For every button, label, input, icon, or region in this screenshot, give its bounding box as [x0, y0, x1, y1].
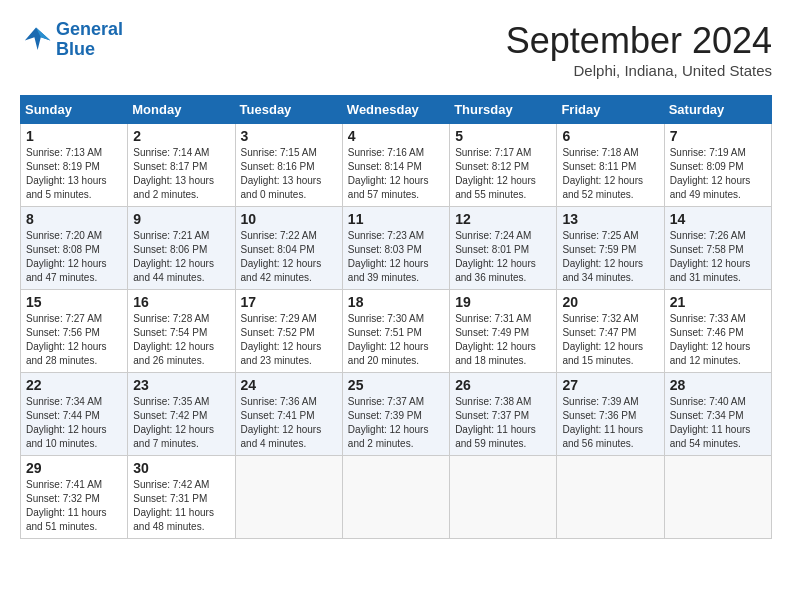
- day-info: Sunrise: 7:17 AMSunset: 8:12 PMDaylight:…: [455, 146, 551, 202]
- calendar-cell: 18Sunrise: 7:30 AMSunset: 7:51 PMDayligh…: [342, 290, 449, 373]
- day-info: Sunrise: 7:35 AMSunset: 7:42 PMDaylight:…: [133, 395, 229, 451]
- day-info: Sunrise: 7:36 AMSunset: 7:41 PMDaylight:…: [241, 395, 337, 451]
- calendar-cell: 10Sunrise: 7:22 AMSunset: 8:04 PMDayligh…: [235, 207, 342, 290]
- logo: General Blue: [20, 20, 123, 60]
- calendar-cell: 15Sunrise: 7:27 AMSunset: 7:56 PMDayligh…: [21, 290, 128, 373]
- day-number: 20: [562, 294, 658, 310]
- calendar-cell: 8Sunrise: 7:20 AMSunset: 8:08 PMDaylight…: [21, 207, 128, 290]
- day-number: 6: [562, 128, 658, 144]
- day-info: Sunrise: 7:38 AMSunset: 7:37 PMDaylight:…: [455, 395, 551, 451]
- calendar-cell: 26Sunrise: 7:38 AMSunset: 7:37 PMDayligh…: [450, 373, 557, 456]
- calendar-cell: 29Sunrise: 7:41 AMSunset: 7:32 PMDayligh…: [21, 456, 128, 539]
- calendar-cell: 21Sunrise: 7:33 AMSunset: 7:46 PMDayligh…: [664, 290, 771, 373]
- day-info: Sunrise: 7:19 AMSunset: 8:09 PMDaylight:…: [670, 146, 766, 202]
- location-title: Delphi, Indiana, United States: [506, 62, 772, 79]
- day-number: 12: [455, 211, 551, 227]
- day-info: Sunrise: 7:16 AMSunset: 8:14 PMDaylight:…: [348, 146, 444, 202]
- day-number: 26: [455, 377, 551, 393]
- day-info: Sunrise: 7:25 AMSunset: 7:59 PMDaylight:…: [562, 229, 658, 285]
- col-header-monday: Monday: [128, 96, 235, 124]
- col-header-friday: Friday: [557, 96, 664, 124]
- page-header: General Blue September 2024 Delphi, Indi…: [20, 20, 772, 79]
- col-header-sunday: Sunday: [21, 96, 128, 124]
- day-number: 13: [562, 211, 658, 227]
- calendar-cell: 17Sunrise: 7:29 AMSunset: 7:52 PMDayligh…: [235, 290, 342, 373]
- calendar-cell: 11Sunrise: 7:23 AMSunset: 8:03 PMDayligh…: [342, 207, 449, 290]
- col-header-thursday: Thursday: [450, 96, 557, 124]
- calendar-cell: 22Sunrise: 7:34 AMSunset: 7:44 PMDayligh…: [21, 373, 128, 456]
- day-number: 28: [670, 377, 766, 393]
- calendar-cell: 16Sunrise: 7:28 AMSunset: 7:54 PMDayligh…: [128, 290, 235, 373]
- day-number: 14: [670, 211, 766, 227]
- week-row-1: 1Sunrise: 7:13 AMSunset: 8:19 PMDaylight…: [21, 124, 772, 207]
- day-info: Sunrise: 7:42 AMSunset: 7:31 PMDaylight:…: [133, 478, 229, 534]
- calendar-cell: 30Sunrise: 7:42 AMSunset: 7:31 PMDayligh…: [128, 456, 235, 539]
- day-info: Sunrise: 7:40 AMSunset: 7:34 PMDaylight:…: [670, 395, 766, 451]
- day-info: Sunrise: 7:37 AMSunset: 7:39 PMDaylight:…: [348, 395, 444, 451]
- calendar-cell: 9Sunrise: 7:21 AMSunset: 8:06 PMDaylight…: [128, 207, 235, 290]
- day-info: Sunrise: 7:20 AMSunset: 8:08 PMDaylight:…: [26, 229, 122, 285]
- week-row-2: 8Sunrise: 7:20 AMSunset: 8:08 PMDaylight…: [21, 207, 772, 290]
- day-info: Sunrise: 7:15 AMSunset: 8:16 PMDaylight:…: [241, 146, 337, 202]
- calendar-table: SundayMondayTuesdayWednesdayThursdayFrid…: [20, 95, 772, 539]
- calendar-cell: 24Sunrise: 7:36 AMSunset: 7:41 PMDayligh…: [235, 373, 342, 456]
- day-info: Sunrise: 7:22 AMSunset: 8:04 PMDaylight:…: [241, 229, 337, 285]
- day-number: 23: [133, 377, 229, 393]
- day-info: Sunrise: 7:31 AMSunset: 7:49 PMDaylight:…: [455, 312, 551, 368]
- day-info: Sunrise: 7:14 AMSunset: 8:17 PMDaylight:…: [133, 146, 229, 202]
- day-number: 11: [348, 211, 444, 227]
- day-number: 18: [348, 294, 444, 310]
- week-row-4: 22Sunrise: 7:34 AMSunset: 7:44 PMDayligh…: [21, 373, 772, 456]
- day-info: Sunrise: 7:13 AMSunset: 8:19 PMDaylight:…: [26, 146, 122, 202]
- calendar-cell: 5Sunrise: 7:17 AMSunset: 8:12 PMDaylight…: [450, 124, 557, 207]
- day-number: 21: [670, 294, 766, 310]
- day-number: 27: [562, 377, 658, 393]
- day-number: 25: [348, 377, 444, 393]
- title-area: September 2024 Delphi, Indiana, United S…: [506, 20, 772, 79]
- calendar-cell: 25Sunrise: 7:37 AMSunset: 7:39 PMDayligh…: [342, 373, 449, 456]
- week-row-3: 15Sunrise: 7:27 AMSunset: 7:56 PMDayligh…: [21, 290, 772, 373]
- col-header-wednesday: Wednesday: [342, 96, 449, 124]
- day-info: Sunrise: 7:28 AMSunset: 7:54 PMDaylight:…: [133, 312, 229, 368]
- calendar-cell: [557, 456, 664, 539]
- calendar-cell: 3Sunrise: 7:15 AMSunset: 8:16 PMDaylight…: [235, 124, 342, 207]
- day-number: 9: [133, 211, 229, 227]
- logo-line2: Blue: [56, 39, 95, 59]
- calendar-cell: 7Sunrise: 7:19 AMSunset: 8:09 PMDaylight…: [664, 124, 771, 207]
- day-number: 2: [133, 128, 229, 144]
- calendar-cell: [342, 456, 449, 539]
- day-info: Sunrise: 7:39 AMSunset: 7:36 PMDaylight:…: [562, 395, 658, 451]
- day-number: 24: [241, 377, 337, 393]
- day-number: 10: [241, 211, 337, 227]
- day-info: Sunrise: 7:21 AMSunset: 8:06 PMDaylight:…: [133, 229, 229, 285]
- logo-icon: [20, 26, 52, 54]
- calendar-cell: 4Sunrise: 7:16 AMSunset: 8:14 PMDaylight…: [342, 124, 449, 207]
- calendar-cell: 13Sunrise: 7:25 AMSunset: 7:59 PMDayligh…: [557, 207, 664, 290]
- day-number: 22: [26, 377, 122, 393]
- day-number: 1: [26, 128, 122, 144]
- calendar-cell: 23Sunrise: 7:35 AMSunset: 7:42 PMDayligh…: [128, 373, 235, 456]
- day-info: Sunrise: 7:33 AMSunset: 7:46 PMDaylight:…: [670, 312, 766, 368]
- calendar-cell: 28Sunrise: 7:40 AMSunset: 7:34 PMDayligh…: [664, 373, 771, 456]
- day-info: Sunrise: 7:26 AMSunset: 7:58 PMDaylight:…: [670, 229, 766, 285]
- calendar-cell: 6Sunrise: 7:18 AMSunset: 8:11 PMDaylight…: [557, 124, 664, 207]
- calendar-cell: 14Sunrise: 7:26 AMSunset: 7:58 PMDayligh…: [664, 207, 771, 290]
- day-number: 17: [241, 294, 337, 310]
- day-info: Sunrise: 7:30 AMSunset: 7:51 PMDaylight:…: [348, 312, 444, 368]
- day-number: 8: [26, 211, 122, 227]
- day-info: Sunrise: 7:41 AMSunset: 7:32 PMDaylight:…: [26, 478, 122, 534]
- calendar-cell: 27Sunrise: 7:39 AMSunset: 7:36 PMDayligh…: [557, 373, 664, 456]
- month-title: September 2024: [506, 20, 772, 62]
- calendar-cell: [664, 456, 771, 539]
- day-info: Sunrise: 7:27 AMSunset: 7:56 PMDaylight:…: [26, 312, 122, 368]
- calendar-cell: 1Sunrise: 7:13 AMSunset: 8:19 PMDaylight…: [21, 124, 128, 207]
- day-number: 29: [26, 460, 122, 476]
- calendar-cell: 2Sunrise: 7:14 AMSunset: 8:17 PMDaylight…: [128, 124, 235, 207]
- day-number: 16: [133, 294, 229, 310]
- logo-text: General Blue: [56, 20, 123, 60]
- week-row-5: 29Sunrise: 7:41 AMSunset: 7:32 PMDayligh…: [21, 456, 772, 539]
- day-info: Sunrise: 7:29 AMSunset: 7:52 PMDaylight:…: [241, 312, 337, 368]
- day-info: Sunrise: 7:32 AMSunset: 7:47 PMDaylight:…: [562, 312, 658, 368]
- day-number: 19: [455, 294, 551, 310]
- day-number: 15: [26, 294, 122, 310]
